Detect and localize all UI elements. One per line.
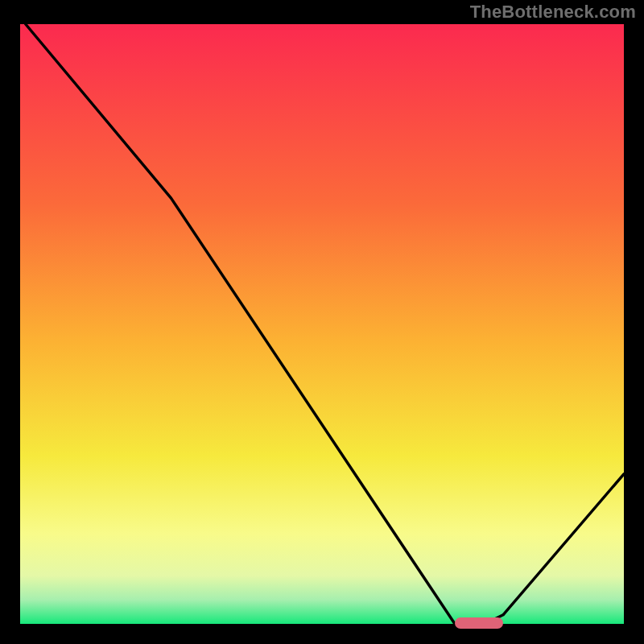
highlight-pill (455, 617, 503, 629)
plot-area (20, 24, 624, 624)
bottleneck-chart (0, 0, 644, 644)
watermark-text: TheBottleneck.com (470, 2, 636, 23)
chart-container: TheBottleneck.com (0, 0, 644, 644)
